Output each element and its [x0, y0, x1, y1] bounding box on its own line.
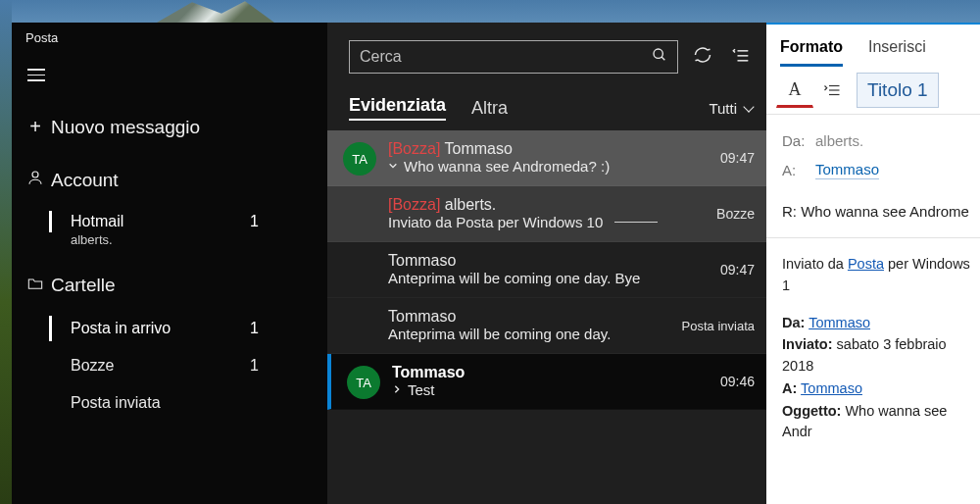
- message-time: 09:46: [720, 374, 755, 389]
- message-from: Tommaso: [445, 140, 513, 157]
- message-item[interactable]: TA Tommaso Test 09:46: [327, 354, 766, 410]
- account-name: Hotmail: [71, 213, 123, 230]
- message-from: Tommaso: [392, 364, 465, 380]
- meta-from-label: Da:: [782, 315, 805, 330]
- subject-field[interactable]: R: Who wanna see Androme: [766, 193, 980, 238]
- accounts-header[interactable]: Account: [12, 152, 327, 205]
- blank-underline: [614, 222, 658, 223]
- folder-sent[interactable]: Posta inviata: [12, 384, 327, 422]
- meta-sent-label: Inviato:: [782, 336, 833, 352]
- folder-label: Bozze: [71, 357, 114, 375]
- search-icon[interactable]: [652, 47, 667, 67]
- message-folder-badge: Bozze: [716, 206, 755, 222]
- filter-label: Tutti: [709, 100, 737, 117]
- ribbon-tab-format[interactable]: Formato: [780, 38, 843, 67]
- to-label: A:: [782, 162, 815, 178]
- svg-point-1: [654, 49, 662, 58]
- body-text: Inviato da: [782, 256, 848, 272]
- message-body[interactable]: Inviato da Posta per Windows 1 Da: Tomma…: [766, 238, 980, 443]
- desktop-wallpaper-left: [0, 0, 12, 504]
- desktop-wallpaper-top: [0, 0, 980, 23]
- account-hotmail[interactable]: Hotmail 1: [12, 205, 327, 238]
- select-mode-button[interactable]: [727, 45, 753, 70]
- style-name: Titolo 1: [867, 79, 928, 101]
- message-from: Tommaso: [388, 308, 456, 325]
- folder-drafts[interactable]: Bozze 1: [12, 347, 327, 384]
- draft-badge: [Bozza]: [388, 140, 440, 157]
- folder-count: [259, 394, 312, 412]
- new-message-label: Nuovo messaggio: [51, 117, 200, 138]
- svg-point-0: [32, 172, 38, 177]
- meta-subj-label: Oggetto:: [782, 403, 841, 419]
- message-item[interactable]: Tommaso Anteprima will be coming one day…: [327, 298, 766, 354]
- folder-label: Posta inviata: [71, 394, 161, 412]
- message-list-pane: Evidenziata Altra Tutti TA [Bozza] Tomma…: [327, 23, 766, 504]
- tab-focused[interactable]: Evidenziata: [349, 95, 446, 121]
- folder-label: Posta in arrivo: [71, 320, 171, 337]
- folder-icon: [25, 277, 45, 293]
- app-title: Posta: [12, 23, 327, 53]
- person-icon: [25, 169, 45, 191]
- meta-to-link[interactable]: Tommaso: [801, 380, 862, 396]
- hamburger-button[interactable]: [12, 53, 327, 107]
- chevron-right-icon: [392, 383, 402, 397]
- folders-header[interactable]: Cartelle: [12, 257, 327, 310]
- draft-badge: [Bozza]: [388, 196, 440, 213]
- message-from: Tommaso: [388, 252, 456, 269]
- message-from: alberts.: [445, 196, 496, 213]
- search-box[interactable]: [349, 40, 678, 74]
- folder-count: 1: [250, 357, 312, 375]
- from-value[interactable]: alberts.: [815, 132, 863, 149]
- chevron-down-icon: [743, 101, 754, 112]
- message-folder-badge: Posta inviata: [682, 319, 755, 333]
- sidebar: Posta + Nuovo messaggio Account Hotmail …: [12, 23, 327, 504]
- plus-icon: +: [25, 116, 45, 138]
- message-subject: Test: [408, 381, 435, 398]
- message-subject: Anteprima will be coming one day.: [388, 326, 611, 342]
- folder-count: 1: [250, 320, 312, 337]
- avatar: TA: [347, 366, 380, 399]
- message-item[interactable]: TA [Bozza] Tommaso Who wanna see Androme…: [327, 130, 766, 186]
- message-item[interactable]: Tommaso Anteprima will be coming one day…: [327, 242, 766, 298]
- message-time: 09:47: [720, 262, 755, 277]
- chevron-down-icon: [388, 160, 398, 174]
- folders-header-label: Cartelle: [51, 275, 115, 296]
- account-count: 1: [250, 213, 312, 230]
- meta-to-label: A:: [782, 380, 797, 396]
- tab-other[interactable]: Altra: [471, 98, 508, 119]
- search-input[interactable]: [360, 48, 652, 66]
- font-color-button[interactable]: A: [776, 73, 813, 108]
- message-subject: Inviato da Posta per Windows 10: [388, 214, 603, 230]
- meta-from-link[interactable]: Tommaso: [808, 315, 870, 330]
- accounts-header-label: Account: [51, 170, 119, 191]
- body-link-posta[interactable]: Posta: [848, 256, 884, 272]
- message-subject: Anteprima will be coming one day. Bye: [388, 270, 640, 286]
- new-message-button[interactable]: + Nuovo messaggio: [12, 107, 327, 152]
- filter-dropdown[interactable]: Tutti: [709, 100, 753, 117]
- sync-button[interactable]: [690, 45, 715, 70]
- svg-line-2: [662, 57, 664, 60]
- ribbon-tab-insert[interactable]: Inserisci: [868, 38, 926, 67]
- to-recipient[interactable]: Tommaso: [815, 161, 879, 179]
- from-label: Da:: [782, 132, 815, 149]
- hamburger-icon: [27, 65, 45, 85]
- avatar: TA: [343, 142, 376, 176]
- message-time: 09:47: [720, 150, 755, 166]
- message-subject: Who wanna see Andromeda? :): [404, 158, 610, 175]
- reading-pane: Formato Inserisci A Titolo 1 Da: alberts…: [766, 23, 980, 504]
- message-item[interactable]: [Bozza] alberts. Inviato da Posta per Wi…: [327, 186, 766, 242]
- folder-inbox[interactable]: Posta in arrivo 1: [12, 310, 327, 347]
- paragraph-button[interactable]: [813, 73, 851, 108]
- style-selector[interactable]: Titolo 1: [857, 73, 939, 108]
